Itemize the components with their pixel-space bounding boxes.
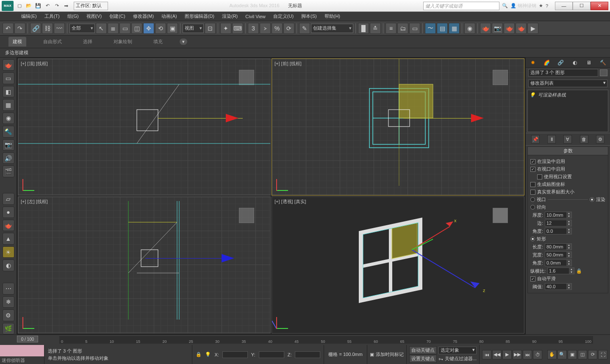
- play-icon[interactable]: ▶: [502, 350, 512, 359]
- angle2-spinner[interactable]: ▲▼: [545, 259, 572, 266]
- width-spinner[interactable]: ▲▼: [545, 251, 572, 258]
- open-icon[interactable]: 📂: [25, 2, 33, 10]
- material-editor-button[interactable]: ◉: [464, 23, 475, 34]
- menu-help[interactable]: 帮助(H): [324, 13, 340, 19]
- isolate-icon[interactable]: 💡: [205, 352, 211, 357]
- maximize-button[interactable]: ☐: [573, 2, 591, 10]
- render-frame-button[interactable]: 📷: [492, 23, 503, 34]
- window-crossing-button[interactable]: ◫: [131, 23, 142, 34]
- ribbon-toggle-button[interactable]: ▭: [409, 23, 420, 34]
- z-input[interactable]: [295, 351, 320, 358]
- enable-viewport-checkbox[interactable]: [530, 167, 535, 172]
- menu-grapheditors[interactable]: 图形编辑器(D): [185, 13, 214, 19]
- render-radio[interactable]: [590, 197, 594, 202]
- menu-customize[interactable]: 自定义(U): [273, 13, 294, 19]
- time-config-icon[interactable]: ⏱: [533, 350, 542, 359]
- add-time-tag[interactable]: 添加时间标记: [376, 351, 404, 358]
- ribbon-tab-modeling[interactable]: 建模: [8, 37, 26, 47]
- remove-mod-icon[interactable]: 🗑: [580, 135, 588, 143]
- menu-view[interactable]: 视图(V): [86, 13, 102, 19]
- select-object-button[interactable]: ↖: [96, 23, 107, 34]
- tool-icon[interactable]: ▱: [3, 193, 14, 204]
- unlink-button[interactable]: ⛓: [42, 23, 53, 34]
- pan-icon[interactable]: ✋: [547, 350, 557, 359]
- use-viewport-checkbox[interactable]: [537, 174, 542, 179]
- search-icon[interactable]: 🔍: [502, 3, 508, 8]
- make-unique-icon[interactable]: ∀: [563, 135, 572, 143]
- lock-selection-icon[interactable]: 🔒: [196, 352, 202, 357]
- fov-icon[interactable]: ◫: [578, 350, 587, 359]
- show-end-icon[interactable]: Ⅱ: [547, 135, 556, 143]
- goto-start-icon[interactable]: ⏮: [482, 350, 491, 359]
- tool-icon[interactable]: 🌿: [3, 323, 14, 334]
- sides-spinner[interactable]: ▲▼: [545, 220, 572, 226]
- object-name-field[interactable]: 选择了 3 个 图形: [528, 69, 598, 77]
- color-swatch[interactable]: [600, 69, 607, 76]
- menu-group[interactable]: 组(G): [67, 13, 79, 19]
- tool-icon[interactable]: 🫖: [3, 220, 14, 231]
- display-tab-icon[interactable]: 🖥: [585, 59, 593, 66]
- pin-stack-icon[interactable]: 📌: [531, 135, 540, 143]
- viewport-perspective[interactable]: [+] [透视] [真实] x z: [272, 196, 524, 334]
- select-rect-button[interactable]: ▭: [119, 23, 130, 34]
- render-last-button[interactable]: ▶: [527, 23, 538, 34]
- tool-icon[interactable]: 📷: [3, 139, 14, 151]
- select-name-button[interactable]: ≣: [108, 23, 119, 34]
- mirror-button[interactable]: ▐▌: [358, 23, 369, 34]
- x-input[interactable]: [222, 351, 248, 358]
- menu-create[interactable]: 创建(C): [109, 13, 125, 19]
- viewport-front[interactable]: [+] [前] [线框]: [272, 58, 524, 196]
- percent-snap-button[interactable]: %: [272, 23, 283, 34]
- tool-icon[interactable]: 🔦: [3, 126, 14, 137]
- enable-render-checkbox[interactable]: [530, 159, 535, 164]
- tool-icon[interactable]: ▲: [3, 233, 14, 244]
- ribbon-tab-populate[interactable]: 填充: [149, 37, 167, 47]
- aspect-spinner[interactable]: ▲▼: [547, 267, 574, 274]
- dope-sheet-button[interactable]: ▤: [437, 23, 448, 34]
- snap-toggle-3[interactable]: 3: [248, 23, 259, 34]
- configure-icon[interactable]: ⚙: [596, 135, 604, 143]
- undo-icon[interactable]: ↶: [43, 2, 52, 10]
- menu-civilview[interactable]: Civil View: [245, 14, 265, 19]
- create-tab-icon[interactable]: ✹: [529, 59, 537, 66]
- help-search-input[interactable]: 健入关键字或短语: [423, 2, 499, 10]
- modifier-list-dropdown[interactable]: 修改器列表: [528, 80, 607, 87]
- y-input[interactable]: [259, 351, 284, 358]
- select-rotate-button[interactable]: ⟲: [155, 23, 166, 34]
- goto-end-icon[interactable]: ⏭: [523, 350, 532, 359]
- select-scale-button[interactable]: ▣: [167, 23, 178, 34]
- menu-edit[interactable]: 编辑(E): [21, 13, 37, 19]
- menu-script[interactable]: 脚本(S): [301, 13, 317, 19]
- menu-modifiers[interactable]: 修改器(M): [133, 13, 154, 19]
- maxscript-listener[interactable]: [0, 345, 44, 356]
- mini-listener-label[interactable]: 迷你侦听器: [0, 356, 44, 364]
- tool-icon[interactable]: ◐: [3, 259, 14, 271]
- time-tag-icon[interactable]: ▣: [370, 352, 374, 357]
- radial-radio[interactable]: [530, 205, 535, 210]
- menu-rendering[interactable]: 渲染(R): [222, 13, 238, 19]
- viewport-top[interactable]: [+] [顶] [线框]: [18, 58, 271, 196]
- autokey-button[interactable]: 自动关键点: [409, 346, 437, 354]
- bind-button[interactable]: 〰: [54, 23, 65, 34]
- render-setup-button[interactable]: 🫖: [480, 23, 491, 34]
- zoom-extents-icon[interactable]: ▣: [568, 350, 577, 359]
- tool-icon[interactable]: ⚙: [3, 309, 14, 321]
- length-spinner[interactable]: ▲▼: [545, 243, 572, 250]
- favorite-icon[interactable]: ★: [539, 3, 543, 8]
- threshold-spinner[interactable]: ▲▼: [545, 283, 572, 290]
- ref-coord-system[interactable]: 视图: [183, 24, 204, 33]
- maximize-viewport-icon[interactable]: ⛶: [598, 350, 607, 359]
- help-icon[interactable]: ?: [546, 3, 548, 8]
- menu-animation[interactable]: 动画(A): [161, 13, 177, 19]
- keyfilter-dropdown[interactable]: 选定对象: [438, 347, 477, 354]
- orbit-icon[interactable]: ⟳: [588, 350, 597, 359]
- modify-tab-icon[interactable]: 🌈: [543, 59, 551, 66]
- angle-snap-button[interactable]: ⦠: [260, 23, 271, 34]
- ribbon-expand-icon[interactable]: ▾: [180, 39, 187, 45]
- render-iterative-button[interactable]: 🫖: [516, 23, 527, 34]
- timeline[interactable]: 0 / 100 05101520253035404550556065707580…: [0, 335, 610, 345]
- zoom-icon[interactable]: 🔍: [557, 350, 567, 359]
- selection-filter[interactable]: 全部: [69, 24, 95, 33]
- motion-tab-icon[interactable]: ◐: [571, 59, 579, 66]
- tool-icon[interactable]: ⋯: [3, 283, 14, 294]
